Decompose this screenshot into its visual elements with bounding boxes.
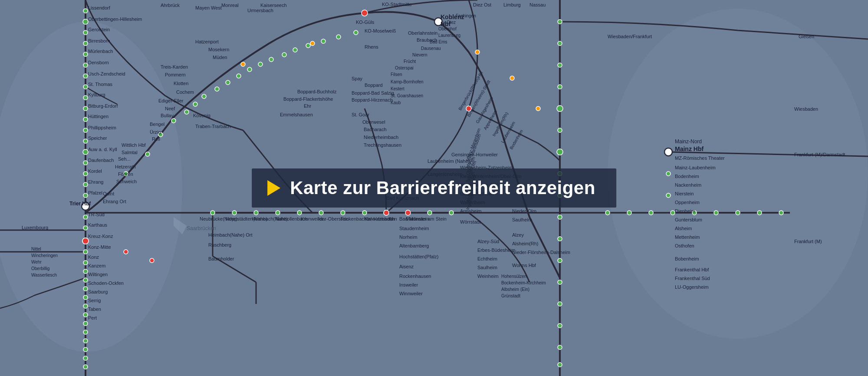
- svg-text:Neef: Neef: [165, 106, 175, 111]
- svg-point-65: [354, 30, 358, 35]
- svg-text:Rockenhausen: Rockenhausen: [399, 274, 431, 279]
- svg-point-61: [293, 48, 297, 52]
- svg-point-108: [384, 210, 389, 215]
- svg-text:Fachingen: Fachingen: [456, 13, 476, 18]
- svg-text:Echtheim: Echtheim: [477, 256, 497, 261]
- svg-point-50: [171, 119, 176, 123]
- svg-text:Oberbettingen-Hillesheim: Oberbettingen-Hillesheim: [88, 16, 142, 22]
- svg-text:Hetzerath: Hetzerath: [115, 164, 136, 169]
- svg-point-24: [83, 149, 88, 155]
- svg-text:Pommern: Pommern: [165, 72, 186, 77]
- svg-text:Konz-Mitte: Konz-Mitte: [88, 244, 111, 250]
- svg-point-77: [449, 211, 454, 215]
- svg-text:KO-Moselweiß: KO-Moselweiß: [365, 28, 396, 33]
- svg-point-51: [184, 110, 189, 114]
- svg-point-34: [83, 261, 88, 265]
- svg-point-48: [145, 152, 150, 156]
- svg-text:Staudernheim: Staudernheim: [399, 226, 429, 231]
- svg-point-76: [427, 211, 432, 215]
- svg-point-68: [254, 211, 258, 215]
- svg-text:Hüttingen: Hüttingen: [88, 114, 108, 119]
- svg-point-95: [605, 211, 610, 215]
- svg-point-58: [258, 62, 263, 66]
- svg-point-120: [536, 106, 540, 111]
- svg-point-26: [83, 172, 88, 176]
- svg-text:Hohensülzen: Hohensülzen: [501, 274, 526, 279]
- svg-point-23: [83, 139, 88, 143]
- svg-point-93: [558, 345, 562, 350]
- svg-point-20: [83, 106, 88, 111]
- svg-text:LU-Oggersheim: LU-Oggersheim: [675, 284, 709, 290]
- svg-text:Urmersbach: Urmersbach: [247, 8, 273, 13]
- svg-text:Mettenheim: Mettenheim: [675, 234, 700, 240]
- svg-text:Kyllburg: Kyllburg: [88, 92, 105, 97]
- svg-point-81: [558, 85, 562, 89]
- svg-point-72: [341, 211, 345, 215]
- svg-point-70: [297, 211, 302, 215]
- svg-text:Erbes-Büdesheim: Erbes-Büdesheim: [477, 247, 515, 253]
- svg-text:Auw a. d. Kyll: Auw a. d. Kyll: [88, 147, 117, 152]
- svg-point-14: [83, 41, 88, 46]
- svg-text:Usch-Zendscheid: Usch-Zendscheid: [88, 71, 125, 76]
- svg-text:Ehrang: Ehrang: [88, 179, 103, 185]
- svg-text:Osterspai: Osterspai: [395, 66, 414, 70]
- svg-point-98: [671, 211, 675, 215]
- svg-text:Nittel: Nittel: [31, 247, 41, 251]
- svg-text:Karthaus: Karthaus: [88, 222, 108, 228]
- svg-text:Densborn: Densborn: [88, 60, 109, 65]
- svg-text:Oberbillig: Oberbillig: [31, 266, 49, 271]
- svg-text:Weinheim: Weinheim: [477, 274, 499, 279]
- svg-text:Oppenheim: Oppenheim: [675, 200, 700, 205]
- svg-text:Pert: Pert: [88, 315, 97, 320]
- svg-text:Ahrbrück: Ahrbrück: [161, 3, 180, 8]
- svg-text:Kamp-Bornhofen: Kamp-Bornhofen: [391, 79, 424, 84]
- svg-text:Mainz-Nord: Mainz-Nord: [675, 139, 702, 145]
- svg-text:Kaiserseech: Kaiserseech: [260, 3, 287, 8]
- svg-text:Boppard-Bad Salzig: Boppard-Bad Salzig: [352, 90, 394, 96]
- svg-point-66: [210, 211, 215, 215]
- svg-point-36: [83, 278, 88, 282]
- svg-text:Alzey-Süd: Alzey-Süd: [477, 239, 499, 244]
- svg-text:Hochstätten(Pfalz): Hochstätten(Pfalz): [399, 254, 438, 259]
- svg-text:Gießen: Gießen: [799, 34, 814, 39]
- svg-text:Wiltingen: Wiltingen: [88, 272, 108, 277]
- svg-point-60: [282, 53, 286, 57]
- svg-point-97: [649, 211, 653, 215]
- svg-text:Saarburg: Saarburg: [88, 289, 108, 294]
- svg-point-92: [558, 323, 562, 328]
- svg-text:Wiesbaden: Wiesbaden: [794, 106, 818, 112]
- svg-text:Boppard-Buchholz: Boppard-Buchholz: [297, 89, 337, 94]
- svg-text:Albsheim (Ein): Albsheim (Ein): [501, 287, 529, 292]
- svg-point-80: [558, 63, 562, 67]
- svg-text:Müden: Müden: [213, 55, 227, 60]
- svg-point-11: [83, 9, 88, 13]
- svg-point-90: [558, 280, 562, 284]
- svg-text:Frankenthal Hbf: Frankenthal Hbf: [675, 267, 709, 272]
- svg-point-67: [232, 211, 237, 215]
- svg-text:Kirnsulzbach: Kirnsulzbach: [365, 216, 392, 221]
- svg-point-107: [362, 10, 368, 16]
- svg-text:Mosekern: Mosekern: [208, 47, 229, 52]
- svg-point-114: [124, 250, 128, 254]
- svg-point-57: [247, 67, 252, 72]
- svg-point-91: [558, 302, 562, 306]
- svg-text:Daufenbach: Daufenbach: [88, 158, 114, 163]
- svg-point-83: [558, 128, 562, 132]
- svg-text:Speicher: Speicher: [88, 135, 107, 141]
- svg-text:Reil: Reil: [152, 136, 160, 142]
- svg-text:Kaub: Kaub: [391, 100, 401, 105]
- svg-text:Nackenheim: Nackenheim: [675, 182, 701, 188]
- svg-point-122: [664, 148, 672, 156]
- svg-point-87: [558, 215, 562, 219]
- svg-point-42: [83, 330, 88, 334]
- accessibility-map-banner[interactable]: Karte zur Barrierefreiheit anzeigen: [252, 168, 616, 208]
- svg-text:Laubenheim (Nahe): Laubenheim (Nahe): [427, 158, 470, 164]
- svg-text:Bockenheim-Kirchheim: Bockenheim-Kirchheim: [501, 280, 546, 285]
- svg-point-17: [83, 74, 88, 78]
- svg-text:MZ-Römisches Theater: MZ-Römisches Theater: [675, 155, 725, 161]
- svg-text:Bodenheim: Bodenheim: [675, 174, 699, 179]
- svg-text:Frücht: Frücht: [404, 59, 416, 64]
- svg-text:Oberlahnstein: Oberlahnstein: [408, 30, 438, 36]
- svg-text:Konz: Konz: [88, 254, 99, 260]
- svg-text:Saulheim: Saulheim: [477, 265, 497, 270]
